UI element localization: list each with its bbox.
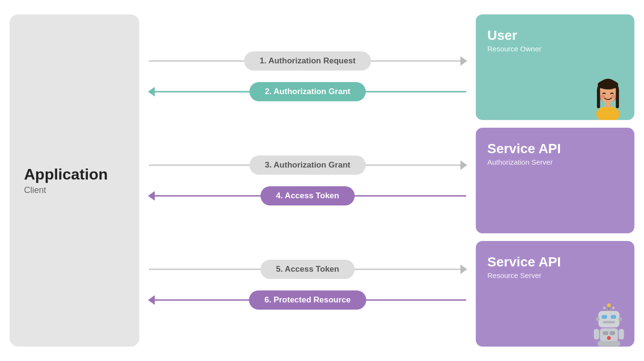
svg-rect-3 xyxy=(616,89,619,108)
right-panels: User Resource Owner xyxy=(476,14,634,347)
svg-point-6 xyxy=(611,95,616,98)
step4-pill-wrapper: 4. Access Token xyxy=(149,186,466,205)
svg-rect-17 xyxy=(611,315,616,319)
svg-point-5 xyxy=(600,95,605,98)
step6-pill-wrapper: 6. Protected Resource xyxy=(149,290,466,310)
svg-rect-26 xyxy=(619,329,624,339)
step2-row: 2. Authorization Grant xyxy=(149,80,466,104)
diagram: Application Client User Resource Owner xyxy=(0,0,644,361)
step5-arrowhead-right-icon xyxy=(460,265,467,274)
user-panel: User Resource Owner xyxy=(476,14,634,120)
step5-pill-wrapper: 5. Access Token xyxy=(149,260,466,279)
step3-arrowhead-right-icon xyxy=(460,160,467,170)
step3-pill-wrapper: 3. Authorization Grant xyxy=(149,156,466,175)
step3-row: 3. Authorization Grant xyxy=(149,153,466,177)
svg-rect-22 xyxy=(603,331,608,335)
flow-group-3: 5. Access Token 6. Protected Resource xyxy=(149,257,466,312)
svg-point-7 xyxy=(596,106,619,120)
svg-rect-8 xyxy=(605,101,610,108)
flow-group-2: 3. Authorization Grant 4. Access Token xyxy=(149,153,466,208)
svg-point-24 xyxy=(607,336,611,340)
step6-row: 6. Protected Resource xyxy=(149,288,466,312)
step4-row: 4. Access Token xyxy=(149,184,466,208)
flow-area: 1. Authorization Request 2. Authorizatio… xyxy=(149,14,466,347)
svg-rect-23 xyxy=(610,331,615,335)
step3-pill: 3. Authorization Grant xyxy=(249,156,366,175)
robot-avatar-icon xyxy=(587,303,631,347)
step2-pill-wrapper: 2. Authorization Grant xyxy=(149,82,466,101)
resource-server-panel: Service API Resource Server xyxy=(476,241,634,347)
step2-arrowhead-left-icon xyxy=(148,87,155,96)
svg-point-20 xyxy=(619,317,622,321)
step4-arrowhead-left-icon xyxy=(148,191,155,201)
step2-pill: 2. Authorization Grant xyxy=(249,82,366,101)
step4-pill: 4. Access Token xyxy=(260,186,354,205)
svg-point-14 xyxy=(612,307,615,309)
svg-point-10 xyxy=(607,303,611,307)
auth-server-title: Service API xyxy=(487,141,623,156)
step5-pill: 5. Access Token xyxy=(260,260,354,279)
step1-pill: 1. Authorization Request xyxy=(244,51,371,71)
auth-server-subtitle: Authorization Server xyxy=(487,158,623,166)
svg-rect-25 xyxy=(594,329,599,339)
client-subtitle: Client xyxy=(24,185,125,195)
svg-rect-15 xyxy=(598,311,619,327)
resource-server-subtitle: Resource Server xyxy=(487,271,623,279)
svg-point-13 xyxy=(603,307,606,309)
step1-pill-wrapper: 1. Authorization Request xyxy=(149,51,466,71)
step6-arrowhead-left-icon xyxy=(148,295,155,305)
step6-pill: 6. Protected Resource xyxy=(249,290,366,310)
svg-point-4 xyxy=(598,80,619,90)
user-panel-subtitle: Resource Owner xyxy=(487,45,623,53)
step5-row: 5. Access Token xyxy=(149,257,466,281)
step1-row: 1. Authorization Request xyxy=(149,49,466,73)
svg-rect-18 xyxy=(603,321,615,324)
resource-server-title: Service API xyxy=(487,254,623,270)
user-avatar-icon xyxy=(586,77,630,120)
svg-rect-27 xyxy=(598,341,620,346)
svg-rect-2 xyxy=(597,89,600,108)
step1-arrowhead-right-icon xyxy=(460,56,467,66)
svg-point-19 xyxy=(596,317,600,321)
client-panel: Application Client xyxy=(10,14,139,347)
flow-group-1: 1. Authorization Request 2. Authorizatio… xyxy=(149,49,466,104)
user-panel-title: User xyxy=(487,28,623,43)
client-title: Application xyxy=(24,166,125,183)
svg-rect-16 xyxy=(602,315,607,319)
auth-server-panel: Service API Authorization Server xyxy=(476,128,634,233)
